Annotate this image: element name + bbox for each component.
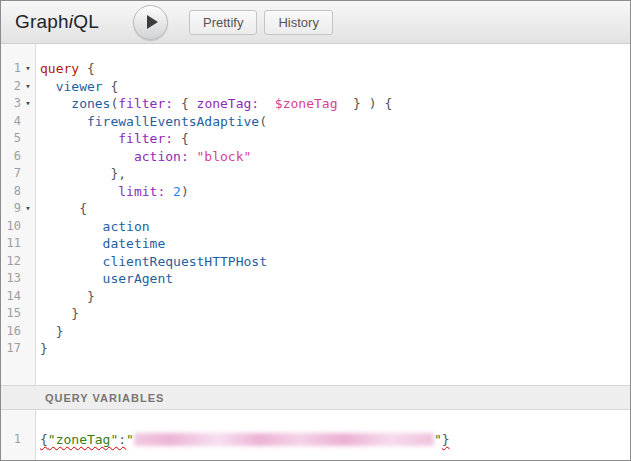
- line-number: 1: [1, 431, 21, 449]
- query-editor[interactable]: 1▾2▾3▾456789▾1011121314151617 query { vi…: [1, 44, 630, 385]
- prettify-button[interactable]: Prettify: [189, 10, 257, 35]
- play-icon: [147, 15, 158, 29]
- code-line[interactable]: filter: {: [40, 130, 630, 148]
- code-token: action: [40, 219, 150, 234]
- code-token: {: [173, 131, 189, 146]
- code-token: } ) {: [337, 96, 392, 111]
- code-line[interactable]: }: [40, 323, 630, 341]
- line-number: 8: [1, 183, 21, 201]
- code-token: }: [40, 289, 95, 304]
- code-token: [259, 96, 275, 111]
- code-token: zoneTag:: [197, 96, 260, 111]
- fold-arrow-icon[interactable]: ▾: [21, 200, 35, 218]
- code-line[interactable]: userAgent: [40, 270, 630, 288]
- code-line[interactable]: },: [40, 165, 630, 183]
- line-number: 3: [1, 95, 21, 113]
- line-number: 15: [1, 305, 21, 323]
- code-token: [165, 184, 173, 199]
- execute-query-button[interactable]: [133, 5, 168, 40]
- code-token: zones: [40, 96, 110, 111]
- toolbar: GraphiQL Prettify History: [1, 1, 630, 44]
- logo-text-pre: Graph: [15, 11, 69, 32]
- code-token: query: [40, 61, 79, 76]
- line-number: 2: [1, 78, 21, 96]
- code-token: 2: [173, 184, 181, 199]
- variables-editor-gutter: 1: [1, 410, 36, 460]
- redacted-zone-tag-value: [134, 433, 434, 446]
- code-token: "block": [197, 149, 252, 164]
- code-token: }: [40, 341, 48, 356]
- query-editor-code[interactable]: query { viewer { zones(filter: { zoneTag…: [36, 44, 630, 385]
- code-token: userAgent: [40, 271, 173, 286]
- graphiql-logo: GraphiQL: [15, 11, 99, 33]
- code-token: {: [40, 201, 87, 216]
- code-token: datetime: [40, 236, 165, 251]
- code-token: {: [79, 61, 95, 76]
- code-line[interactable]: limit: 2): [40, 183, 630, 201]
- code-line[interactable]: datetime: [40, 235, 630, 253]
- code-token: {: [173, 96, 196, 111]
- line-number: 13: [1, 270, 21, 288]
- code-token: {: [40, 432, 48, 447]
- query-editor-gutter: 1▾2▾3▾456789▾1011121314151617: [1, 44, 36, 385]
- code-line[interactable]: viewer {: [40, 78, 630, 96]
- code-token: ": [434, 432, 442, 447]
- line-number: 1: [1, 60, 21, 78]
- fold-arrow-icon[interactable]: ▾: [21, 95, 35, 113]
- code-token: filter:: [118, 96, 173, 111]
- graphiql-window: GraphiQL Prettify History 1▾2▾3▾456789▾1…: [0, 0, 631, 461]
- code-token: },: [40, 166, 126, 181]
- code-token: firewallEventsAdaptive: [40, 114, 259, 129]
- code-line[interactable]: query {: [40, 60, 630, 78]
- line-number: 16: [1, 323, 21, 341]
- code-token: limit:: [40, 184, 165, 199]
- code-token: {: [103, 79, 119, 94]
- code-line[interactable]: }: [40, 305, 630, 323]
- code-token: ): [181, 184, 189, 199]
- code-token: }: [40, 306, 79, 321]
- code-token: $zoneTag: [275, 96, 338, 111]
- line-number: 6: [1, 148, 21, 166]
- query-variables-editor[interactable]: 1 {"zoneTag":""}: [1, 410, 630, 460]
- query-variables-title: QUERY VARIABLES: [45, 392, 164, 404]
- history-button[interactable]: History: [264, 10, 332, 35]
- code-token: :: [118, 432, 126, 447]
- fold-arrow-icon[interactable]: ▾: [21, 78, 35, 96]
- code-token: filter:: [40, 131, 173, 146]
- code-line[interactable]: zones(filter: { zoneTag: $zoneTag } ) {: [40, 95, 630, 113]
- code-token: ": [126, 432, 134, 447]
- fold-arrow-icon[interactable]: ▾: [21, 60, 35, 78]
- code-line[interactable]: {"zoneTag":""}: [40, 431, 630, 449]
- line-number: 17: [1, 340, 21, 358]
- query-variables-title-bar[interactable]: QUERY VARIABLES: [1, 385, 630, 410]
- line-number: 14: [1, 288, 21, 306]
- line-number: 5: [1, 130, 21, 148]
- code-token: }: [40, 324, 63, 339]
- code-line[interactable]: firewallEventsAdaptive(: [40, 113, 630, 131]
- code-token: viewer: [40, 79, 103, 94]
- line-number: 11: [1, 235, 21, 253]
- code-line[interactable]: }: [40, 288, 630, 306]
- line-number: 10: [1, 218, 21, 236]
- code-line[interactable]: }: [40, 340, 630, 358]
- variables-editor-code[interactable]: {"zoneTag":""}: [36, 410, 630, 460]
- line-number: 4: [1, 113, 21, 131]
- code-token: clientRequestHTTPHost: [40, 254, 267, 269]
- code-token: action:: [40, 149, 189, 164]
- line-number: 12: [1, 253, 21, 271]
- code-token: (: [259, 114, 267, 129]
- code-line[interactable]: {: [40, 200, 630, 218]
- line-number: 7: [1, 165, 21, 183]
- code-token: "zoneTag": [48, 432, 118, 447]
- code-line[interactable]: action: [40, 218, 630, 236]
- line-number: 9: [1, 200, 21, 218]
- code-token: }: [442, 432, 450, 447]
- logo-text-post: QL: [73, 11, 99, 32]
- code-line[interactable]: action: "block": [40, 148, 630, 166]
- code-token: [189, 149, 197, 164]
- code-line[interactable]: clientRequestHTTPHost: [40, 253, 630, 271]
